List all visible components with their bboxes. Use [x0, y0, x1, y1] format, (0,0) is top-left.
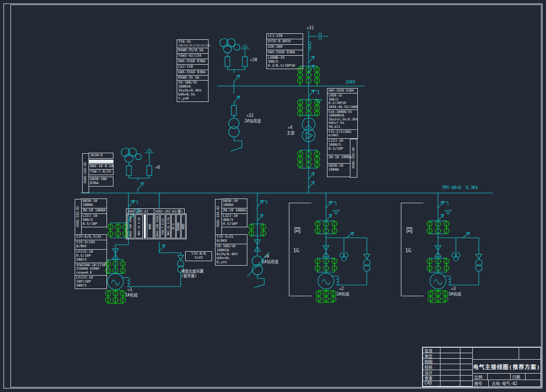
cad-drawing: TYD-35(35/√3)/(0.1/√3)/(0.1/3) RXWO-35/0…: [0, 0, 546, 392]
voltage-transformer-icon: [220, 39, 240, 53]
cubicle-id: XGN2-10Z-03: [217, 206, 220, 227]
spec-cell: JDJW-6: [89, 153, 113, 159]
ground-switch-arrow-icon: [136, 204, 139, 207]
label-eq6: =6: [155, 165, 160, 170]
wave-trap-coil-icon: [309, 42, 311, 51]
arrester-icon: [241, 45, 249, 49]
spec-cell: LFZJ3-1010P/10P500/5: [75, 275, 107, 289]
label-eq1: =1: [127, 288, 132, 292]
spec-cell: S10-10000/3510000KVA35±2×2.5%/6.3KV Ud%=…: [327, 109, 358, 130]
component-cell: YSW-7.6/25: [160, 214, 165, 238]
label-eq4: =4: [288, 125, 293, 130]
cubicle-id-strip: XGN2-10Z-03: [215, 199, 222, 235]
label-eq1-name: 1#机组: [125, 293, 138, 297]
component-cell: RN2-10 0.5A: [166, 214, 171, 238]
generator-2-icon: [318, 273, 334, 289]
scale-date-row: 比例 日期: [473, 373, 541, 380]
label-same-ref-unit2: 1G: [293, 248, 299, 254]
cubicle-half-62: GN30-10D 630A RN2-10 0.5A 母线: [126, 213, 154, 239]
sign-label: 设计: [423, 370, 440, 376]
ct-group-unit1-upper: [108, 223, 128, 238]
spec-cell: YJV-6/63×25: [185, 251, 212, 261]
same-as-bracket-unit2: [289, 203, 311, 296]
label-eq30: =30: [250, 58, 257, 62]
label-same-ref-unit3: 1G: [405, 248, 411, 254]
sign-label: 审查: [423, 376, 440, 381]
title-block-signature-grid: 批准 审定 制图 校核 设计 审查 CAD: [423, 348, 473, 387]
ground-switch-arrow-icon: [265, 204, 269, 207]
field-coil-icon: [336, 276, 339, 285]
disconnector-icon: [347, 232, 353, 238]
docno-row: 图号 古电-电气-02: [473, 380, 541, 387]
spec-cell: YJV-3×256/6KV: [215, 234, 247, 244]
fuse-icon: [231, 105, 236, 115]
label-same-unit2: 同: [294, 227, 301, 234]
arrow-icon: [328, 35, 331, 38]
disconnector-icon: [309, 173, 314, 179]
fuse-icon: [242, 57, 247, 67]
spec-cell: YSW-7.6/25: [89, 169, 113, 175]
label-eq32-name: 2#站用变: [244, 119, 261, 123]
spec-cell: LZZJ-101000/50.5/10P: [327, 138, 350, 155]
component-cell: GN30-10D 630A: [127, 214, 134, 238]
disconnector-icon: [234, 96, 239, 102]
disconnector-icon: [159, 245, 165, 251]
spec-table-bus-pt: XGN2-10Z-66 JDJW-6 RN2-10 0.5A YSW-7.6/2…: [82, 153, 113, 193]
spec-cell: GN30-10D630A: [89, 177, 113, 187]
disconnector-icon: [309, 56, 314, 63]
ground-icon: [332, 210, 339, 213]
bay-unit1: [108, 193, 184, 290]
cubicle-box-62-66: XGN2-10Z-62 XGN2-10Z-66(备) GN30-10D 630A…: [126, 209, 185, 239]
cable-note: 电缆长度另算(留余量): [181, 269, 204, 278]
same-as-bracket-unit3: [401, 203, 423, 296]
cubicle-id: XGN2-10Z-02: [76, 206, 80, 227]
spec-table-main-transformer: GW5-35GD 630A LMZB-35300/5 0.5/10P10ZW30…: [327, 89, 358, 178]
bay-35kv-line: [300, 31, 331, 86]
bay-unit2: [318, 193, 370, 289]
generator-1-icon: [108, 274, 123, 290]
highlight-bar: [89, 160, 113, 163]
title-block: 批准 审定 制图 校核 设计 审查 CAD 电气主接线图(推荐方案) 比例 日期…: [422, 347, 542, 388]
label-bus-35kv: 35KV: [345, 80, 355, 85]
label-eq31: =31: [307, 26, 314, 30]
breaker-icon: [257, 214, 263, 221]
fuse-icon: [147, 166, 152, 176]
cubicle-id-strip: XGN2-10Z-66: [82, 153, 89, 193]
arrester-gap-icon: [364, 254, 370, 259]
highlight-bar: [144, 214, 146, 238]
fuse-icon: [225, 57, 230, 67]
excitation-cable-box: YJV-6/63×25: [185, 252, 212, 261]
spec-cell: YJV-3×1856/6KV: [75, 240, 107, 250]
sign-label: CAD: [423, 381, 440, 387]
disconnector-icon: [257, 200, 263, 207]
spec-cell: YJV-2(3×300)6/6KV: [327, 129, 358, 139]
docno-label: 图号: [473, 380, 489, 387]
ground-switch-arrow-icon: [317, 95, 321, 98]
breaker-icon: [309, 182, 314, 188]
sign-label: 批准: [423, 348, 440, 353]
arrester-icon: [145, 149, 153, 153]
sign-label: 审定: [423, 353, 440, 359]
disconnector-icon: [326, 201, 331, 208]
docno-value: 古电-电气-02: [489, 381, 517, 386]
scale-label: 比例: [473, 374, 488, 380]
station-transformer-32-icon: [229, 118, 239, 137]
arrester-gap-icon: [476, 254, 482, 259]
spec-cell: LZZJ-10400/50.5/10P: [221, 213, 247, 227]
voltage-transformer-icon: [121, 148, 142, 163]
spec-cell: LMZB-35300/5 0.5/10P10ZW30-40.5G/1600: [327, 93, 358, 110]
disconnector-icon: [234, 75, 239, 82]
field-coil-icon: [448, 276, 451, 285]
ground-switch-arrow-icon: [446, 205, 450, 208]
spec-cell: S9-160/10160KVA6±5%/0.4KV Ud%=4%D,yn1: [215, 244, 247, 266]
bay-unit3: [430, 193, 482, 289]
spec-cell: ZN-10 1000A: [327, 155, 350, 164]
component-cell: 避雷器: [176, 214, 181, 238]
ct-group-unit3-neutral: [428, 289, 448, 302]
bay-station-transformer: [247, 193, 269, 288]
arrester-gap-icon: [178, 255, 184, 260]
spec-cell: LADN6-35300/50.2/0.5/10P10: [266, 55, 303, 69]
label-eq32: =32: [246, 113, 253, 118]
date-label: 日期: [511, 374, 526, 380]
disconnector-icon: [138, 183, 143, 189]
